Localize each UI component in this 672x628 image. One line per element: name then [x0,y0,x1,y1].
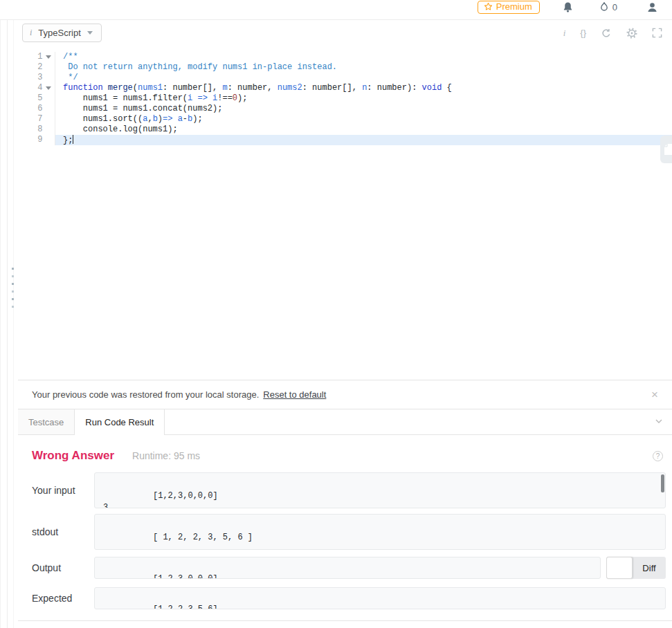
streak-button[interactable]: 0 [599,1,617,12]
code-text[interactable]: function merge(nums1: number[], m: numbe… [55,83,672,93]
fold-slot [42,62,55,73]
status-badge: Wrong Answer [32,449,114,463]
output-label: Output [32,562,94,573]
notice-message: Your previous code was restored from you… [32,389,259,400]
drag-handle-icon[interactable] [12,268,14,308]
runtime-text: Runtime: 95 ms [132,450,200,461]
code-line[interactable]: 5 nums1 = nums1.filter(i => i!==0); [18,93,672,104]
line-number: 1 [18,52,42,62]
fullscreen-icon[interactable] [652,28,662,38]
premium-button[interactable]: Premium [478,1,540,14]
line-gutter: 5 [18,93,55,104]
your-input-value[interactable]: [1,2,3,0,0,0] 3 [94,472,666,508]
braces-icon[interactable]: {} [580,28,586,38]
copy-code-button[interactable] [660,136,672,163]
output-text: [1,2,3,0,0,0] [153,574,218,579]
code-line[interactable]: 2 Do not return anything, modify nums1 i… [18,62,672,73]
code-line[interactable]: 7 nums1.sort((a,b)=> a-b); [18,114,672,124]
star-icon [484,2,493,11]
line-number: 7 [18,114,42,124]
code-line[interactable]: 3 */ [18,73,672,83]
main-area: i TypeScript i {} 1/**2 Do not return [0,20,672,628]
expected-row: Expected [1,2,2,3,5,6] [32,587,666,609]
line-gutter: 6 [18,104,55,114]
bell-icon [562,1,574,13]
notifications-button[interactable] [562,1,574,13]
line-number: 3 [18,73,42,83]
line-gutter: 3 [18,73,55,83]
question-icon[interactable]: ? [653,451,663,461]
output-value[interactable]: [1,2,3,0,0,0] [94,557,601,579]
editor-tool-icons: i {} [563,28,662,39]
code-line[interactable]: 6 nums1 = nums1.concat(nums2); [18,104,672,114]
reset-icon[interactable] [601,28,612,39]
reset-to-default-link[interactable]: Reset to default [263,389,326,400]
console-tabbar: Testcase Run Code Result [18,409,672,435]
your-input-row: Your input [1,2,3,0,0,0] 3 [32,472,666,508]
line-gutter: 1 [18,52,55,62]
language-label: TypeScript [38,28,80,38]
profile-button[interactable] [646,1,658,13]
topbar-actions: Premium 0 [478,0,662,14]
line-number: 2 [18,62,42,73]
code-line[interactable]: 1/** [18,52,672,62]
your-input-text: [1,2,3,0,0,0] 3 [103,491,218,508]
code-line[interactable]: 9}; [18,135,672,145]
top-navbar: Premium 0 [0,0,672,20]
line-number: 4 [18,83,42,93]
code-line[interactable]: 4function merge(nums1: number[], m: numb… [18,83,672,93]
info-icon[interactable]: i [563,28,566,39]
expected-text: [1,2,2,3,5,6] [153,604,218,609]
stdout-value[interactable]: [ 1, 2, 2, 3, 5, 6 ] [94,514,666,550]
code-text[interactable]: nums1 = nums1.concat(nums2); [55,104,672,114]
streak-count: 0 [612,2,617,12]
line-number: 8 [18,124,42,135]
fold-slot [42,114,55,124]
language-select[interactable]: i TypeScript [22,24,102,42]
code-editor[interactable]: 1/**2 Do not return anything, modify num… [18,46,672,380]
resizer-groove [7,20,14,628]
copy-icon [664,143,672,156]
scrollbar-thumb[interactable] [661,474,664,492]
fold-arrow-icon[interactable] [42,52,55,62]
line-gutter: 7 [18,114,55,124]
fold-slot [42,73,55,83]
diff-toggle-knob[interactable] [606,557,633,579]
editor-toolbar: i TypeScript i {} [18,20,672,46]
line-number: 5 [18,93,42,104]
line-gutter: 2 [18,62,55,73]
status-row: Wrong Answer Runtime: 95 ms ? [32,447,666,464]
code-text[interactable]: }; [55,135,672,145]
info-icon: i [30,28,32,38]
code-line[interactable]: 8 console.log(nums1); [18,124,672,135]
your-input-label: Your input [32,485,94,496]
tab-run-code-result[interactable]: Run Code Result [74,409,165,435]
fold-slot [42,135,55,145]
code-lines: 1/**2 Do not return anything, modify num… [18,52,672,145]
code-text[interactable]: nums1 = nums1.filter(i => i!==0); [55,93,672,104]
premium-label: Premium [496,1,532,12]
code-text[interactable]: /** [55,52,672,62]
gear-icon[interactable] [626,28,637,39]
diff-toggle[interactable]: Diff [606,557,666,579]
panel-resizer[interactable] [0,20,18,628]
tab-testcase[interactable]: Testcase [18,409,75,434]
line-gutter: 4 [18,83,55,93]
code-text[interactable]: */ [55,73,672,83]
code-panel: i TypeScript i {} 1/**2 Do not return [18,20,672,621]
run-result-panel: Wrong Answer Runtime: 95 ms ? Your input… [18,435,672,621]
fold-arrow-icon[interactable] [42,83,55,93]
output-row: Output [1,2,3,0,0,0] Diff [32,557,666,579]
expected-value[interactable]: [1,2,2,3,5,6] [94,587,666,609]
stdout-text: [ 1, 2, 2, 3, 5, 6 ] [153,533,253,542]
code-text[interactable]: Do not return anything, modify nums1 in-… [55,62,672,73]
text-cursor [73,135,73,144]
chevron-down-icon[interactable] [654,416,664,426]
code-text[interactable]: nums1.sort((a,b)=> a-b); [55,114,672,124]
code-text[interactable]: console.log(nums1); [55,124,672,135]
stdout-label: stdout [32,526,94,537]
close-icon[interactable]: × [648,389,661,400]
line-gutter: 8 [18,124,55,135]
fold-slot [42,124,55,135]
fold-slot [42,93,55,104]
